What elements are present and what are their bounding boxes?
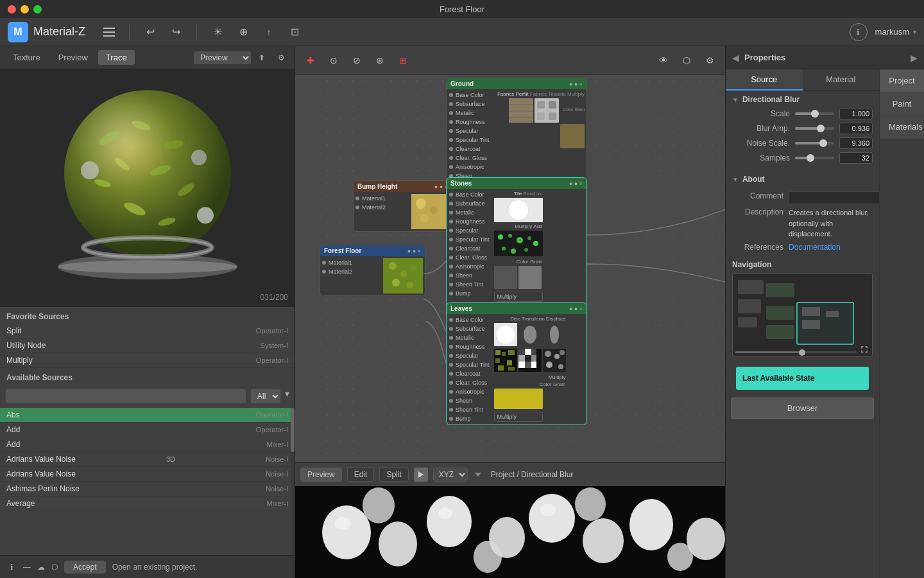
- bottom-preview-button[interactable]: Preview: [300, 468, 342, 482]
- directional-blur-header[interactable]: ▼ Directional Blur: [732, 95, 873, 104]
- minimize-button[interactable]: [21, 5, 29, 13]
- maximize-button[interactable]: [33, 5, 42, 13]
- add-node-button[interactable]: ✚: [300, 50, 321, 71]
- samples-value-input[interactable]: [839, 152, 873, 164]
- hamburger-menu-button[interactable]: [101, 23, 119, 41]
- node-forest-floor[interactable]: Forest Floor ● ● × Material1 Material2: [320, 245, 425, 296]
- comment-input[interactable]: [789, 191, 879, 204]
- project-button[interactable]: Project: [880, 69, 924, 92]
- source-item-add-op[interactable]: Add Operator-I: [0, 423, 295, 437]
- minimap-expand-icon[interactable]: [859, 344, 869, 355]
- node-canvas[interactable]: Ground ● ● × Base Color Subsurface Metal…: [295, 74, 725, 462]
- tab-preview[interactable]: Preview: [51, 50, 96, 65]
- leaves-multiply-tab[interactable]: Multiply: [548, 374, 565, 380]
- accept-button[interactable]: Accept: [64, 561, 106, 574]
- tab-texture[interactable]: Texture: [5, 50, 48, 65]
- blur-amp-thumb[interactable]: [817, 125, 825, 132]
- scale-value-input[interactable]: [839, 108, 873, 119]
- axis-select[interactable]: XYZ: [433, 468, 468, 482]
- delete-button[interactable]: ⊞: [393, 50, 413, 71]
- node-leaves-controls[interactable]: ● ● ×: [569, 306, 583, 312]
- favorite-item-utility[interactable]: Utility Node System-I: [0, 338, 295, 353]
- paint-button[interactable]: Paint: [880, 92, 924, 116]
- tab-source[interactable]: Source: [726, 69, 803, 91]
- export-button[interactable]: ↑: [259, 22, 279, 42]
- settings-icon[interactable]: ⚙: [273, 49, 289, 66]
- connect-button[interactable]: ⊙: [323, 50, 344, 71]
- leaves-disc-tab[interactable]: Disc: [510, 316, 520, 322]
- tab-material[interactable]: Material: [803, 69, 880, 91]
- leaves-displace-tab[interactable]: Displace: [546, 316, 566, 322]
- node-ground-controls[interactable]: ● ● ×: [569, 81, 583, 87]
- node-stones-controls[interactable]: ● ● ×: [569, 180, 583, 187]
- materials-button[interactable]: Materials: [880, 116, 924, 139]
- node-bump-height[interactable]: Bump Height ● ● × Material1 Material2: [353, 180, 452, 232]
- share-node-icon[interactable]: ⬡: [676, 50, 697, 71]
- source-item-adrians-noise[interactable]: Adrians Value Noise Noise-I: [0, 467, 295, 482]
- source-item-abs[interactable]: Abs Operator-I: [0, 408, 295, 423]
- preview-mode-select[interactable]: Preview: [194, 51, 251, 64]
- scale-slider[interactable]: [795, 112, 834, 115]
- minimap-zoom-thumb[interactable]: [799, 349, 805, 356]
- play-button[interactable]: [414, 468, 428, 482]
- leaves-transform-tab[interactable]: Transform: [522, 316, 545, 322]
- redo-button[interactable]: ↪: [166, 22, 186, 42]
- panel-collapse-icon[interactable]: ▶: [911, 53, 918, 63]
- share-icon[interactable]: ⬡: [51, 563, 58, 572]
- about-header[interactable]: ▼ About: [732, 175, 873, 184]
- samples-thumb[interactable]: [807, 154, 814, 162]
- stones-multiply-tab[interactable]: Multiply: [515, 223, 532, 229]
- source-search-input[interactable]: [5, 389, 246, 404]
- axis-dropdown-icon[interactable]: [473, 469, 483, 480]
- favorite-item-split[interactable]: Split Operator-I: [0, 324, 295, 338]
- blur-amp-slider[interactable]: [795, 127, 834, 130]
- filter-dropdown-icon[interactable]: ▾: [285, 389, 289, 404]
- source-filter-select[interactable]: All: [250, 389, 281, 404]
- select-tool-button[interactable]: ⊕: [233, 22, 253, 42]
- noise-scale-value-input[interactable]: [839, 137, 873, 149]
- distribute-button[interactable]: ⊘: [346, 50, 367, 71]
- logo-icon[interactable]: M: [8, 22, 28, 42]
- tab-fabrics-perf[interactable]: Fabrics Perflit: [497, 91, 529, 97]
- crop-button[interactable]: ⊡: [284, 22, 305, 42]
- noise-scale-thumb[interactable]: [819, 139, 827, 147]
- source-item-ashimas[interactable]: Ashimas Perlin Noise Noise-I: [0, 482, 295, 496]
- info-button[interactable]: ℹ: [850, 23, 868, 41]
- panel-pin-icon[interactable]: ◀: [732, 53, 739, 63]
- minimap-zoom-track[interactable]: [735, 351, 857, 353]
- cloud-icon[interactable]: ☁: [37, 563, 45, 572]
- stones-random-tab[interactable]: Random: [523, 191, 542, 197]
- node-settings-icon[interactable]: ⚙: [699, 50, 720, 71]
- arrange-button[interactable]: ⊛: [370, 50, 390, 71]
- source-item-add-mix[interactable]: Add Mixer-I: [0, 437, 295, 452]
- source-item-average[interactable]: Average Mixer-I: [0, 496, 295, 511]
- favorite-item-multiply[interactable]: Multiply Operator-I: [0, 353, 295, 368]
- about-collapse-icon[interactable]: ▼: [732, 176, 739, 183]
- bottom-split-button[interactable]: Split: [379, 468, 408, 482]
- section-collapse-icon[interactable]: ▼: [732, 96, 739, 103]
- navigation-minimap[interactable]: [732, 273, 873, 356]
- blur-amp-value-input[interactable]: [839, 123, 873, 134]
- bottom-edit-button[interactable]: Edit: [347, 468, 375, 482]
- stones-add-tab[interactable]: Add: [533, 223, 542, 229]
- transform-tool-button[interactable]: ✳: [207, 22, 228, 42]
- noise-scale-slider[interactable]: [795, 142, 834, 144]
- node-leaves[interactable]: Leaves ● ● × Base Color Subsurface Metal…: [446, 302, 587, 425]
- minus-button[interactable]: —: [23, 563, 31, 572]
- close-button[interactable]: [8, 5, 16, 13]
- source-item-adrians-3d[interactable]: Adrians Value Noise 3D Noise-I: [0, 452, 295, 467]
- scale-slider-thumb[interactable]: [811, 110, 819, 118]
- undo-button[interactable]: ↩: [140, 22, 160, 42]
- tab-fabrics-tileable[interactable]: Fabrics Tileable: [530, 91, 566, 97]
- tab-multiply[interactable]: Multiply: [567, 91, 585, 97]
- user-menu-button[interactable]: markusm ▾: [875, 27, 916, 37]
- tab-trace[interactable]: Trace: [98, 50, 135, 65]
- documentation-link[interactable]: Documentation: [789, 243, 841, 252]
- window-controls[interactable]: [8, 5, 42, 13]
- browser-button[interactable]: Browser: [731, 398, 874, 419]
- scroll-thumb[interactable]: [291, 408, 295, 452]
- stones-tile-tab[interactable]: Tile: [514, 191, 522, 197]
- info-status-icon[interactable]: ℹ: [6, 562, 17, 572]
- eye-icon[interactable]: 👁: [653, 50, 674, 71]
- node-ff-controls[interactable]: ● ● ×: [407, 248, 421, 254]
